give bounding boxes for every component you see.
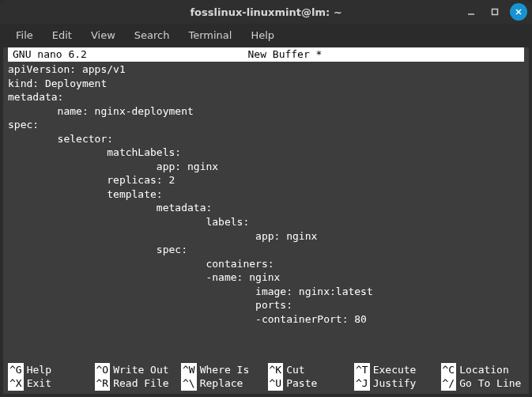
editor-content[interactable]: apiVersion: apps/v1 kind: Deployment met… [8,62,524,363]
key-c: ^C [441,363,457,377]
key-j: ^J [354,376,370,391]
shortcut-paste: ^UPaste [268,376,352,391]
label-execute: Execute [373,363,417,377]
shortcut-readfile: ^RRead File [95,376,179,391]
window-controls [462,3,527,21]
terminal-window: fosslinux-linuxmint@lm: ~ File Edit View… [0,0,532,397]
shortcut-writeout: ^OWrite Out [95,363,179,377]
label-location: Location [459,363,509,377]
shortcut-cut: ^KCut [268,363,352,377]
minimize-icon [466,7,476,17]
label-exit: Exit [27,376,51,391]
menu-file[interactable]: File [8,27,41,43]
shortcut-replace: ^\Replace [181,376,265,391]
label-paste: Paste [286,376,317,391]
shortcut-whereis: ^WWhere Is [181,363,265,377]
nano-app-name: GNU nano 6.2 [9,47,87,62]
label-replace: Replace [200,376,243,391]
key-o: ^O [95,363,111,377]
key-w: ^W [181,363,197,377]
label-cut: Cut [286,363,304,377]
label-help: Help [27,363,51,377]
label-readfile: Read File [113,376,168,391]
shortcut-location: ^CLocation [441,363,525,377]
key-r: ^R [95,376,111,391]
menu-search[interactable]: Search [126,27,178,43]
shortcut-execute: ^TExecute [354,363,438,377]
close-button[interactable] [510,3,527,21]
label-gotoline: Go To Line [459,376,521,391]
shortcut-help: ^GHelp [8,363,92,377]
menubar: File Edit View Search Terminal Help [0,24,532,46]
maximize-icon [490,7,500,17]
menu-edit[interactable]: Edit [44,27,80,43]
svg-rect-1 [492,9,498,15]
key-k: ^K [268,363,284,377]
shortcut-gotoline: ^/Go To Line [441,376,525,391]
titlebar: fosslinux-linuxmint@lm: ~ [0,0,532,24]
menu-terminal[interactable]: Terminal [180,27,240,43]
nano-header: GNU nano 6.2 New Buffer * [8,47,524,62]
window-title: fosslinux-linuxmint@lm: ~ [190,6,341,18]
key-t: ^T [354,363,370,377]
nano-shortcuts: ^GHelp ^OWrite Out ^WWhere Is ^KCut ^TEx… [8,363,524,391]
label-whereis: Where Is [200,363,250,377]
terminal-area[interactable]: GNU nano 6.2 New Buffer * apiVersion: ap… [0,46,532,397]
shortcut-exit: ^XExit [8,376,92,391]
label-justify: Justify [373,376,417,391]
nano-buffer-name: New Buffer * [87,47,483,62]
key-backslash: ^\ [181,376,197,391]
menu-help[interactable]: Help [243,27,282,43]
key-slash: ^/ [441,376,457,391]
menu-view[interactable]: View [83,27,123,43]
minimize-button[interactable] [462,3,480,21]
shortcut-justify: ^JJustify [354,376,438,391]
close-icon [514,7,523,17]
key-u: ^U [268,376,284,391]
key-g: ^G [8,363,24,377]
key-x: ^X [8,376,24,391]
label-writeout: Write Out [113,363,168,377]
maximize-button[interactable] [486,3,504,21]
